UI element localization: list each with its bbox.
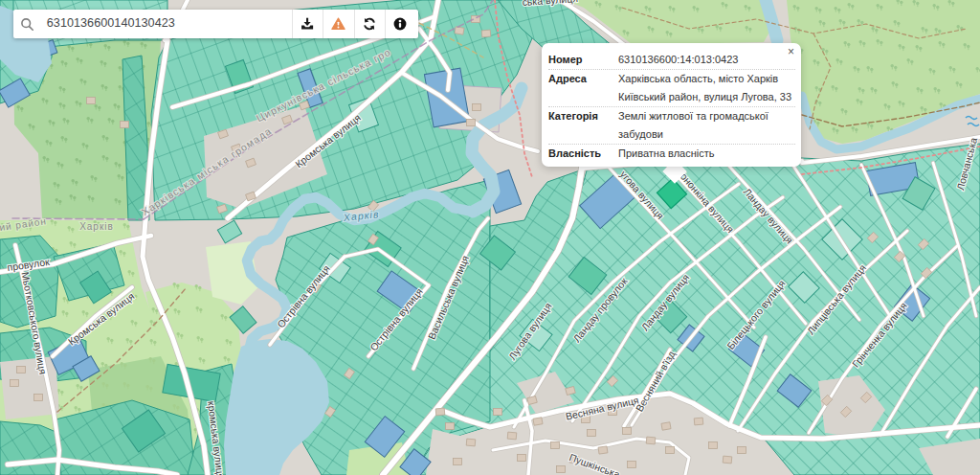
svg-text:Харків: Харків [79, 221, 114, 232]
